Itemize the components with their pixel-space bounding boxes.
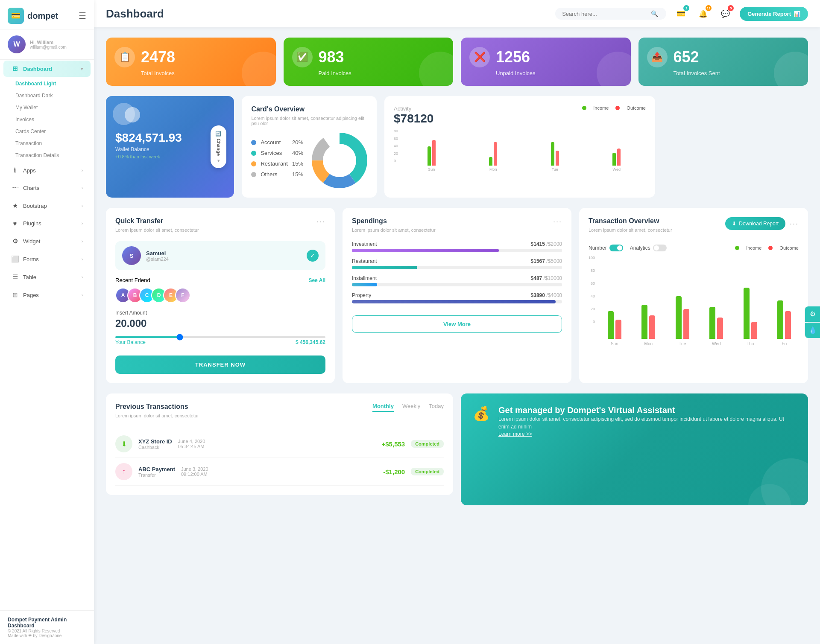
- search-input[interactable]: [562, 11, 647, 17]
- analytics-toggle-switch[interactable]: [653, 245, 667, 251]
- spendings-title: Spendings: [352, 217, 436, 225]
- sidebar-item-transaction[interactable]: Transaction: [15, 137, 94, 149]
- settings-icon: ⚙: [810, 310, 816, 318]
- change-label: Change: [216, 139, 221, 156]
- spending-installment: Installment $487 /$10000: [352, 275, 562, 286]
- tx-amount-2: -$1,200: [383, 468, 405, 475]
- sidebar-item-dashboard-light[interactable]: Dashboard Light: [15, 78, 94, 90]
- to-wed-label: Wed: [712, 341, 720, 346]
- quick-transfer-header: Quick Transfer Lorem ipsum dolor sit ame…: [115, 217, 325, 239]
- quick-transfer-title: Quick Transfer: [115, 217, 199, 225]
- investment-amount: $1415 /$2000: [531, 241, 562, 247]
- friends-avatars: A B C D E F: [115, 288, 325, 303]
- sidebar-item-dashboard-dark[interactable]: Dashboard Dark: [15, 90, 94, 102]
- middle-row: $824,571.93 Wallet Balance +0.8% than la…: [106, 96, 808, 198]
- paid-invoices-icon: ✅: [292, 47, 313, 67]
- plugins-arrow: ›: [82, 221, 83, 226]
- contact-id: @siam224: [146, 256, 169, 262]
- chat-icon-btn[interactable]: 💬 5: [718, 6, 733, 21]
- big-bar-fri: Fri: [770, 271, 799, 346]
- tab-weekly[interactable]: Weekly: [402, 403, 420, 412]
- va-subtitle: Lorem ipsum dolor sit amet, consectetur …: [498, 415, 796, 431]
- search-bar: 🔍: [555, 8, 666, 20]
- table-label: Table: [23, 274, 77, 280]
- bar-chart: Sun Mon: [402, 129, 646, 172]
- table-icon: ☰: [11, 273, 19, 281]
- bar-group-sun: Sun: [402, 131, 461, 172]
- bell-icon-btn[interactable]: 🔔 12: [695, 6, 711, 21]
- va-learn-more[interactable]: Learn more >>: [498, 431, 532, 437]
- hamburger-menu[interactable]: ☰: [79, 11, 86, 21]
- table-row-2: ↑ ABC Payment Transfer June 3, 202009:12…: [115, 458, 444, 486]
- forms-label: Forms: [23, 256, 77, 262]
- see-all-button[interactable]: See All: [308, 277, 325, 283]
- cards-overview-card: Card's Overview Lorem ipsum dolor sit am…: [242, 96, 377, 198]
- sidebar-item-bootstrap[interactable]: ★ Bootstrap ›: [3, 198, 91, 214]
- friend-avatar-6[interactable]: F: [175, 288, 190, 303]
- to-sun-outcome: [615, 320, 621, 339]
- footer-made: Made with ❤ by DesignZone: [8, 633, 86, 638]
- big-y-axis: 100 80 60 40 20 0: [589, 256, 597, 324]
- sidebar-item-widget[interactable]: ⚙ Widget ›: [3, 233, 91, 249]
- number-toggle-switch[interactable]: [609, 245, 623, 251]
- recent-friend-label: Recent Friend: [115, 277, 150, 283]
- tab-today[interactable]: Today: [429, 403, 444, 412]
- tab-monthly[interactable]: Monthly: [372, 403, 394, 412]
- amount-slider[interactable]: [115, 336, 325, 338]
- user-greeting: Hi, William: [30, 40, 67, 45]
- to-mon-outcome: [649, 315, 655, 339]
- download-report-button[interactable]: ⬇ Download Report: [725, 217, 785, 230]
- sidebar-item-invoices[interactable]: Invoices: [15, 114, 94, 125]
- sidebar-item-table[interactable]: ☰ Table ›: [3, 269, 91, 285]
- water-panel-button[interactable]: 💧: [805, 323, 820, 338]
- generate-report-button[interactable]: Generate Report 📊: [740, 7, 808, 21]
- account-label: Account: [261, 139, 288, 146]
- activity-amount: $78120: [394, 112, 433, 125]
- to-tue-outcome: [683, 309, 689, 339]
- sidebar-item-plugins[interactable]: ♥ Plugins ›: [3, 216, 91, 231]
- user-info: Hi, William william@gmail.com: [30, 40, 67, 50]
- amount-section: Insert Amount 20.000 Your Balance $ 456,…: [115, 310, 325, 345]
- to-fri-label: Fri: [782, 341, 787, 346]
- big-bar-mon: Mon: [634, 271, 663, 346]
- sun-outcome-bar: [432, 140, 436, 166]
- sidebar-item-pages[interactable]: ⊞ Pages ›: [3, 287, 91, 303]
- spendings-subtitle: Lorem ipsum dolor sit amet, consectetur: [352, 227, 436, 233]
- big-chart-container: 100 80 60 40 20 0 Sun: [589, 256, 799, 346]
- charts-label: Charts: [23, 185, 77, 191]
- wallet-balance: $824,571.93: [115, 131, 225, 145]
- services-dot: [251, 151, 256, 156]
- chart-icon: 📊: [794, 11, 800, 17]
- settings-panel-button[interactable]: ⚙: [805, 306, 820, 322]
- sidebar-item-transaction-details[interactable]: Transaction Details: [15, 149, 94, 161]
- spendings-header: Spendings Lorem ipsum dolor sit amet, co…: [352, 217, 562, 239]
- cards-overview-title: Card's Overview: [251, 105, 367, 113]
- to-outcome-dot: [768, 246, 773, 250]
- user-name: William: [37, 40, 53, 45]
- sidebar-item-cards-center[interactable]: Cards Center: [15, 125, 94, 137]
- change-button[interactable]: 🔄 Change ▾: [211, 125, 226, 168]
- mon-label: Mon: [489, 167, 497, 172]
- sidebar-item-my-wallet[interactable]: My Wallet: [15, 102, 94, 114]
- transfer-now-button[interactable]: TRANSFER NOW: [115, 356, 325, 374]
- wallet-label: Wallet Balance: [115, 146, 225, 152]
- avatar: W: [8, 35, 26, 53]
- to-income-dot: [735, 246, 739, 250]
- quick-transfer-menu[interactable]: ···: [316, 217, 325, 226]
- stat-unpaid-invoices: ❌ 1256 Unpaid Invoices: [461, 38, 631, 86]
- view-more-button[interactable]: View More: [352, 315, 562, 333]
- overview-content: Account 20% Services 40%: [251, 133, 367, 188]
- number-toggle: Number: [589, 245, 623, 251]
- right-panel: ⚙ 💧: [805, 306, 820, 338]
- wallet-icon-btn[interactable]: 💳 2: [673, 6, 688, 21]
- prev-tx-subtitle: Lorem ipsum dolor sit amet, consectetur: [115, 413, 199, 418]
- spendings-menu[interactable]: ···: [553, 217, 562, 226]
- others-dot: [251, 172, 256, 177]
- tx-type-2: Transfer: [138, 472, 175, 478]
- sidebar-item-apps[interactable]: ℹ Apps ›: [3, 162, 91, 178]
- sidebar-item-charts[interactable]: 〰 Charts ›: [3, 180, 91, 196]
- transaction-overview-menu[interactable]: ···: [790, 219, 799, 228]
- sent-invoices-icon: 📤: [647, 47, 668, 67]
- sidebar-item-forms[interactable]: ⬜ Forms ›: [3, 251, 91, 267]
- sidebar-item-dashboard[interactable]: ⊞ Dashboard ▾: [3, 61, 91, 77]
